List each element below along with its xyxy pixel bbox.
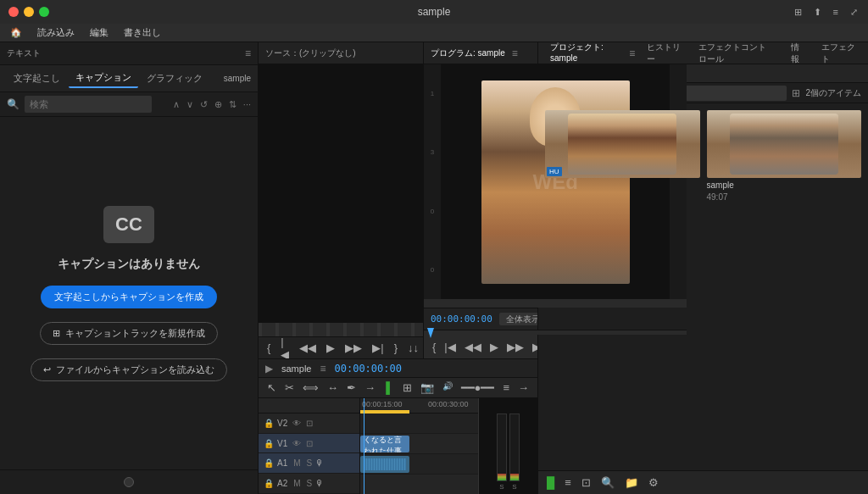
- tab-effect[interactable]: エフェクト: [816, 40, 861, 67]
- playback-bar[interactable]: [424, 330, 687, 335]
- source-fwd-icon[interactable]: ▶▶: [343, 341, 364, 354]
- timeline-play-icon[interactable]: ▶: [265, 363, 273, 375]
- tab-effect-control[interactable]: エフェクトコントロール: [693, 40, 779, 67]
- lock-v2-icon[interactable]: 🔒: [264, 419, 274, 428]
- media-thumb-1[interactable]: [707, 110, 862, 178]
- source-monitor: ソース：(クリップなし) { |◀ ◀◀ ▶ ▶▶ ▶| } ↓↓: [259, 42, 424, 358]
- icon-menu[interactable]: ≡: [833, 7, 838, 18]
- tl-select-icon[interactable]: ↖: [265, 381, 278, 394]
- search-icon: 🔍: [7, 98, 19, 110]
- traffic-lights[interactable]: [0, 7, 49, 17]
- scroll-indicator: [124, 477, 134, 487]
- tl-razor-icon[interactable]: ✂: [283, 381, 296, 394]
- tl-slider[interactable]: ━━●━━: [459, 381, 497, 394]
- lock-a1-icon[interactable]: 🔒: [264, 458, 274, 468]
- source-play-icon[interactable]: ▶: [325, 341, 337, 354]
- v1-flag-icon[interactable]: ⊡: [306, 439, 313, 448]
- program-ruler: [424, 299, 687, 308]
- lock-v1-icon[interactable]: 🔒: [264, 439, 274, 448]
- a2-track-row: [360, 475, 478, 494]
- source-out-icon[interactable]: }: [392, 341, 399, 354]
- media-thumb-0[interactable]: HU: [545, 110, 700, 178]
- rt-settings[interactable]: ⚙: [647, 476, 660, 489]
- meter-bar-s: [497, 414, 507, 481]
- source-back-icon[interactable]: ◀◀: [298, 341, 318, 354]
- prog-play-icon[interactable]: ▶: [488, 341, 500, 353]
- a2-label: A2: [277, 479, 287, 488]
- rt-icon3[interactable]: ⊡: [580, 476, 593, 489]
- menu-import[interactable]: 読み込み: [37, 26, 75, 39]
- search-icons: ∧ ∨ ↺ ⊕ ⇅ ···: [173, 99, 251, 110]
- project-grid-icon[interactable]: ⊞: [792, 87, 800, 99]
- source-in-icon[interactable]: {: [265, 341, 272, 354]
- menu-home[interactable]: 🏠: [10, 27, 22, 38]
- tl-slip-icon[interactable]: ↔: [326, 381, 340, 394]
- add-icon[interactable]: ⊕: [214, 99, 222, 110]
- new-caption-track-button[interactable]: ⊞ キャプショントラックを新規作成: [40, 322, 218, 345]
- refresh-icon[interactable]: ↺: [200, 99, 208, 110]
- left-panel: テキスト ≡ 文字起こし キャプション グラフィック sample 🔍 ∧ ∨ …: [0, 42, 259, 494]
- track-label-a1: 🔒 A1 M S 🎙: [259, 453, 359, 474]
- timeline-menu-icon[interactable]: ≡: [320, 363, 326, 375]
- icon-grid[interactable]: ⊞: [794, 7, 802, 18]
- import-caption-file-button[interactable]: ↩ ファイルからキャプションを読み込む: [31, 358, 227, 381]
- tl-camera-icon[interactable]: 📷: [419, 381, 436, 394]
- rt-search[interactable]: 🔍: [599, 476, 616, 489]
- tl-list-icon[interactable]: ≡: [501, 381, 511, 394]
- panel-menu-icon[interactable]: ≡: [245, 47, 251, 59]
- meter-fill-s: [498, 474, 506, 480]
- tab-row: 文字起こし キャプション グラフィック sample: [0, 65, 258, 92]
- tab-transcript[interactable]: 文字起こし: [7, 69, 67, 87]
- cc-icon: CC: [103, 206, 154, 243]
- tl-insert-icon[interactable]: ⊞: [401, 381, 414, 394]
- icon-export[interactable]: ⬆: [814, 7, 821, 18]
- tab-graphic[interactable]: グラフィック: [140, 69, 209, 87]
- icon-expand[interactable]: ⤢: [850, 7, 858, 18]
- v2-eye-icon[interactable]: 👁: [292, 419, 301, 428]
- source-next-icon[interactable]: ▶|: [370, 341, 385, 354]
- prog-in-icon[interactable]: {: [431, 341, 437, 353]
- sort-down-icon[interactable]: ∨: [186, 99, 193, 110]
- search-input[interactable]: [25, 96, 152, 113]
- project-panel-menu[interactable]: ≡: [629, 47, 635, 59]
- source-prev-icon[interactable]: |◀: [279, 336, 291, 361]
- menu-export[interactable]: 書き出し: [124, 26, 161, 39]
- v1-track-row: 1_10年前なくなると言われた仕事 (1).mp4 [V]: [360, 434, 478, 454]
- close-button[interactable]: [8, 7, 19, 17]
- lock-a2-icon[interactable]: 🔒: [264, 479, 274, 488]
- tl-right-arrow[interactable]: →: [516, 381, 531, 394]
- tl-arrow-icon[interactable]: →: [363, 381, 377, 394]
- rt-icon1[interactable]: █: [545, 476, 556, 489]
- a1-mic-icon[interactable]: 🎙: [315, 458, 324, 468]
- program-menu-icon[interactable]: ≡: [512, 47, 518, 59]
- tl-ripple-icon[interactable]: ⟺: [301, 381, 320, 394]
- v1-clip[interactable]: 1_10年前なくなると言われた仕事 (1).mp4 [V]: [360, 436, 409, 452]
- v2-flag-icon[interactable]: ⊡: [306, 419, 313, 428]
- source-insert-icon[interactable]: ↓↓: [406, 341, 420, 354]
- menu-edit[interactable]: 編集: [90, 26, 108, 39]
- prog-prev-icon[interactable]: |◀: [442, 341, 457, 353]
- a1-clip[interactable]: [360, 456, 409, 473]
- tab-caption[interactable]: キャプション: [69, 69, 138, 88]
- program-label: プログラム: sample: [431, 47, 505, 59]
- tl-vol-icon[interactable]: 🔊: [441, 381, 454, 394]
- minimize-button[interactable]: [24, 7, 34, 17]
- more-icon[interactable]: ···: [243, 99, 251, 110]
- tab-info[interactable]: 情報: [786, 40, 810, 67]
- tab-project[interactable]: プロジェクト: sample: [545, 40, 622, 66]
- prog-fwd-icon[interactable]: ▶▶: [505, 341, 526, 353]
- maximize-button[interactable]: [39, 7, 49, 17]
- rt-folder[interactable]: 📁: [623, 476, 640, 489]
- tl-pen-icon[interactable]: ✒: [345, 381, 358, 394]
- v1-eye-icon[interactable]: 👁: [292, 439, 301, 448]
- panel-bottom: [0, 469, 258, 494]
- rt-icon2[interactable]: ≡: [563, 476, 573, 489]
- sort-up-icon[interactable]: ∧: [173, 99, 180, 110]
- a2-mic-icon[interactable]: 🎙: [315, 479, 324, 488]
- tab-history[interactable]: ヒストリー: [642, 40, 687, 67]
- tl-green-btn[interactable]: ▌: [384, 381, 395, 394]
- prog-back-icon[interactable]: ◀◀: [463, 341, 483, 353]
- create-from-transcript-button[interactable]: 文字起こしからキャプションを作成: [41, 286, 217, 308]
- meter-fill-s2: [510, 474, 519, 480]
- arrow-icon[interactable]: ⇅: [229, 99, 236, 110]
